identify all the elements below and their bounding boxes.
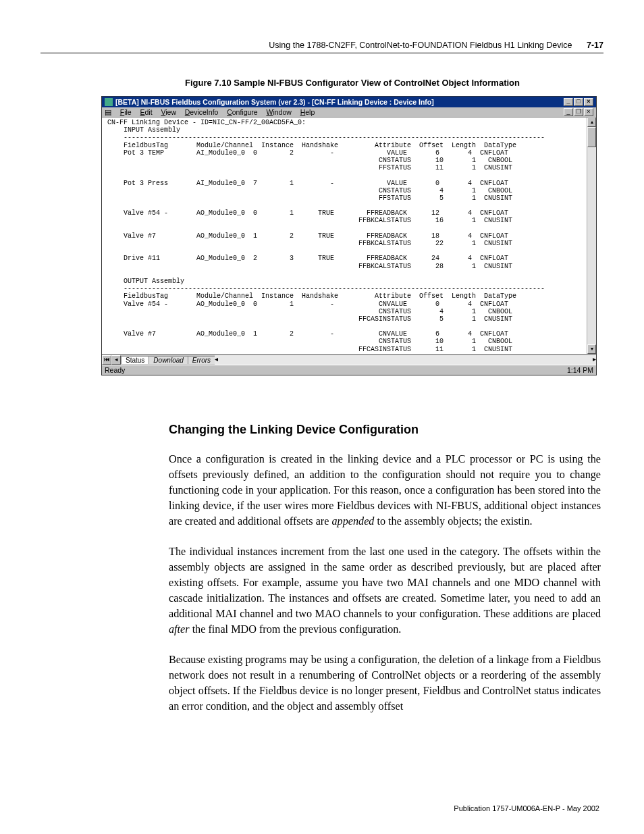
menu-help[interactable]: Help — [300, 108, 315, 116]
menu-window[interactable]: Window — [267, 108, 292, 116]
vertical-scrollbar[interactable]: ▴ ▾ — [587, 118, 596, 354]
scroll-down-icon[interactable]: ▾ — [587, 344, 596, 354]
horizontal-scrollbar[interactable]: ◂ ▸ — [215, 355, 596, 365]
publication-footer: Publication 1757-UM006A-EN-P - May 2002 — [454, 804, 599, 812]
hscroll-right-icon[interactable]: ▸ — [593, 355, 596, 363]
paragraph-1: Once a configuration is created in the l… — [169, 452, 601, 529]
header-page-number: 7-17 — [587, 41, 603, 50]
window-title: [BETA] NI-FBUS Fieldbus Configuration Sy… — [115, 98, 434, 106]
header-text: Using the 1788-CN2FF, ControlNet-to-FOUN… — [269, 41, 572, 50]
body-text: Once a configuration is created in the l… — [169, 452, 601, 714]
maximize-button[interactable]: □ — [574, 98, 583, 106]
minimize-button[interactable]: _ — [564, 98, 573, 106]
child-window-icon[interactable]: ▤ — [105, 108, 111, 116]
tab-nav-prev[interactable]: ◂ — [111, 355, 121, 365]
hscroll-left-icon[interactable]: ◂ — [215, 355, 218, 363]
scroll-thumb[interactable] — [587, 127, 596, 147]
tab-nav-first[interactable]: ⏮ — [102, 355, 111, 365]
tab-status[interactable]: Status — [121, 356, 149, 364]
content-area: CN-FF Linking Device - ID=NIC_CN-FF/2_00… — [102, 118, 596, 354]
menu-edit[interactable]: Edit — [140, 108, 153, 116]
close-button[interactable]: × — [584, 98, 593, 106]
menu-deviceinfo[interactable]: DeviceInfo — [185, 108, 219, 116]
menu-configure[interactable]: Configure — [227, 108, 258, 116]
section-heading: Changing the Linking Device Configuratio… — [169, 423, 603, 437]
child-restore-button[interactable]: ❐ — [574, 108, 583, 116]
statusbar: Ready 1:14 PM — [102, 365, 596, 375]
app-window: [BETA] NI-FBUS Fieldbus Configuration Sy… — [101, 96, 597, 375]
titlebar[interactable]: [BETA] NI-FBUS Fieldbus Configuration Sy… — [102, 97, 596, 107]
paragraph-3: Because existing programs may be using a… — [169, 652, 601, 714]
status-time: 1:14 PM — [567, 366, 593, 374]
status-text: Ready — [105, 366, 125, 374]
menubar: ▤ File Edit View DeviceInfo Configure Wi… — [102, 107, 596, 118]
device-info-text: CN-FF Linking Device - ID=NIC_CN-FF/2_00… — [107, 119, 595, 354]
menu-view[interactable]: View — [161, 108, 176, 116]
tab-download[interactable]: Download — [149, 356, 188, 364]
running-header: Using the 1788-CN2FF, ControlNet-to-FOUN… — [41, 41, 603, 53]
figure-caption: Figure 7.10 Sample NI-FBUS Configurator … — [101, 78, 603, 88]
paragraph-2: The individual instances increment from … — [169, 544, 601, 637]
scroll-up-icon[interactable]: ▴ — [587, 118, 596, 127]
tab-errors[interactable]: Errors — [188, 356, 215, 364]
child-close-button[interactable]: × — [584, 108, 593, 116]
bottom-tabstrip: ⏮ ◂ Status Download Errors ◂ ▸ — [102, 354, 596, 365]
menu-file[interactable]: File — [120, 108, 132, 116]
child-minimize-button[interactable]: _ — [564, 108, 573, 116]
app-icon — [105, 98, 113, 106]
